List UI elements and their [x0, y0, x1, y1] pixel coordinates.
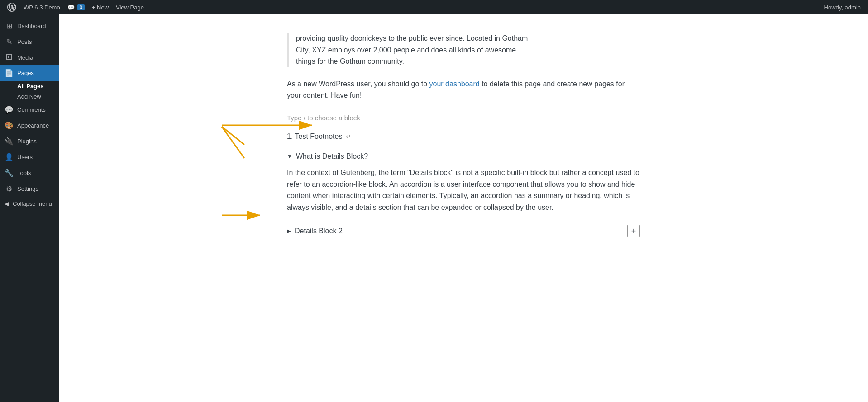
- appearance-icon: 🎨: [5, 121, 14, 130]
- details-block-1: ▼ What is Details Block? In the context …: [287, 150, 640, 213]
- sidebar-item-label: Users: [17, 154, 33, 161]
- sidebar-item-label: Media: [17, 54, 33, 61]
- plus-icon: +: [631, 227, 636, 236]
- paragraph-block: As a new WordPress user, you should go t…: [287, 78, 640, 101]
- dashboard-link[interactable]: your dashboard: [429, 80, 480, 88]
- sidebar-item-label: Tools: [17, 170, 31, 176]
- admin-bar: WP 6.3 Demo 💬 0 + New View Page Howdy, a…: [0, 0, 868, 14]
- admin-bar-right: Howdy, admin: [820, 4, 864, 11]
- collapse-label: Collapse menu: [13, 200, 52, 207]
- details-block-2: ▶ Details Block 2 +: [287, 222, 640, 240]
- new-label: + New: [92, 4, 109, 11]
- sidebar-item-tools[interactable]: 🔧 Tools: [0, 165, 59, 181]
- sidebar-item-label: Posts: [17, 38, 32, 45]
- add-block-button[interactable]: +: [627, 225, 640, 237]
- sidebar: ⊞ Dashboard ✎ Posts 🖼 Media 📄 Pages All …: [0, 14, 59, 402]
- sidebar-item-label: Comments: [17, 106, 46, 113]
- return-icon: ↵: [346, 133, 351, 140]
- details-body-text: In the context of Gutenberg, the term "D…: [287, 169, 639, 211]
- sidebar-item-label: Appearance: [17, 122, 49, 129]
- blockquote-line-3: things for the Gotham community.: [296, 56, 640, 67]
- sidebar-item-settings[interactable]: ⚙ Settings: [0, 181, 59, 197]
- collapse-menu-button[interactable]: ◀ Collapse menu: [0, 197, 59, 211]
- details-arrow-right-icon: ▶: [287, 228, 291, 234]
- sidebar-item-pages[interactable]: 📄 Pages: [0, 65, 59, 81]
- plugins-icon: 🔌: [5, 137, 14, 146]
- site-name-button[interactable]: WP 6.3 Demo: [20, 0, 64, 14]
- admin-bar-left: WP 6.3 Demo 💬 0 + New View Page: [4, 0, 820, 14]
- view-page-button[interactable]: View Page: [112, 0, 148, 14]
- dashboard-icon: ⊞: [5, 22, 14, 30]
- howdy-text: Howdy, admin: [820, 4, 864, 11]
- block-inserter-placeholder[interactable]: Type / to choose a block: [287, 112, 640, 123]
- details-content-1: In the context of Gutenberg, the term "D…: [287, 167, 640, 213]
- posts-icon: ✎: [5, 38, 14, 46]
- comments-count: 0: [77, 4, 85, 10]
- settings-icon: ⚙: [5, 184, 14, 193]
- sidebar-item-users[interactable]: 👤 Users: [0, 149, 59, 165]
- tools-icon: 🔧: [5, 169, 14, 177]
- sidebar-item-label: Pages: [17, 70, 34, 76]
- new-button[interactable]: + New: [88, 0, 112, 14]
- block-inserter-text: Type / to choose a block: [287, 114, 360, 122]
- sidebar-item-posts[interactable]: ✎ Posts: [0, 34, 59, 50]
- add-new-label: Add New: [17, 93, 41, 100]
- sidebar-subitem-add-new[interactable]: Add New: [0, 91, 59, 102]
- sidebar-item-appearance[interactable]: 🎨 Appearance: [0, 118, 59, 133]
- comments-button[interactable]: 💬 0: [64, 0, 88, 14]
- details-arrow-down-icon: ▼: [287, 153, 292, 160]
- sidebar-item-label: Plugins: [17, 138, 37, 145]
- media-icon: 🖼: [5, 53, 14, 61]
- paragraph-text-before: As a new WordPress user, you should go t…: [287, 80, 429, 88]
- sidebar-item-label: Settings: [17, 185, 38, 192]
- list-block: 1. Test Footnotes ↵: [287, 132, 640, 141]
- comments-nav-icon: 💬: [5, 105, 14, 114]
- list-item-text: 1. Test Footnotes: [287, 132, 342, 141]
- sidebar-item-comments[interactable]: 💬 Comments: [0, 102, 59, 118]
- main-layout: ⊞ Dashboard ✎ Posts 🖼 Media 📄 Pages All …: [0, 14, 868, 402]
- details-block-2-left: ▶ Details Block 2: [287, 227, 343, 235]
- sidebar-item-media[interactable]: 🖼 Media: [0, 50, 59, 65]
- site-name: WP 6.3 Demo: [24, 4, 60, 11]
- list-item-row: 1. Test Footnotes ↵: [287, 132, 640, 141]
- sidebar-item-label: Dashboard: [17, 23, 46, 29]
- blockquote-block: providing quality doonickeys to the publ…: [287, 33, 640, 67]
- wp-logo-button[interactable]: [4, 0, 20, 14]
- editor-content: providing quality doonickeys to the publ…: [260, 14, 667, 402]
- details-summary-1[interactable]: ▼ What is Details Block?: [287, 150, 640, 163]
- view-page-label: View Page: [116, 4, 144, 11]
- sidebar-subitem-all-pages[interactable]: All Pages: [0, 81, 59, 91]
- sidebar-item-plugins[interactable]: 🔌 Plugins: [0, 133, 59, 149]
- pages-icon: 📄: [5, 69, 14, 77]
- comments-icon: 💬: [67, 4, 75, 11]
- collapse-arrow-icon: ◀: [5, 200, 9, 207]
- all-pages-label: All Pages: [17, 83, 44, 90]
- sidebar-item-dashboard[interactable]: ⊞ Dashboard: [0, 18, 59, 34]
- blockquote-line-2: City, XYZ employs over 2,000 people and …: [296, 44, 640, 56]
- blockquote-line-1: providing quality doonickeys to the publ…: [296, 33, 640, 44]
- content-area: providing quality doonickeys to the publ…: [59, 14, 868, 402]
- wp-logo-icon: [7, 3, 16, 12]
- users-icon: 👤: [5, 153, 14, 161]
- details-summary-text-2: Details Block 2: [295, 227, 343, 235]
- details-summary-text-1: What is Details Block?: [296, 152, 368, 161]
